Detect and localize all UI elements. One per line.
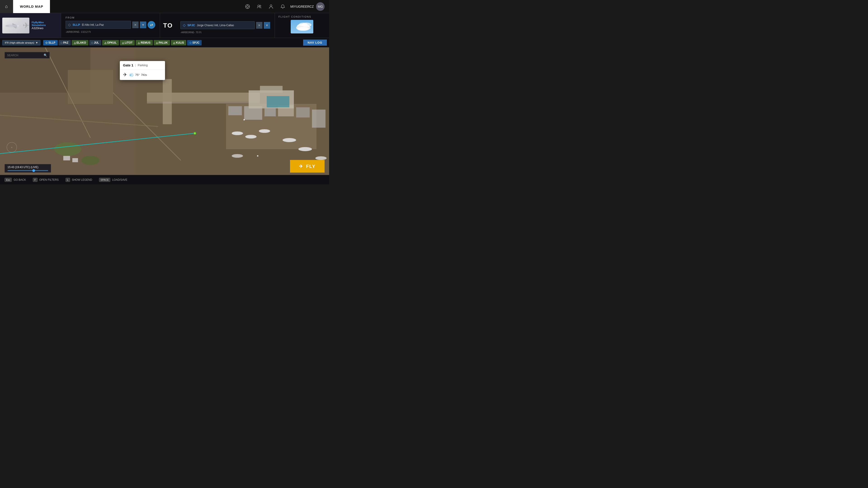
svg-rect-25 bbox=[68, 70, 113, 104]
svg-rect-34 bbox=[228, 106, 242, 115]
fly-button[interactable]: ✈ FLY bbox=[290, 160, 324, 173]
svg-point-45 bbox=[315, 156, 327, 160]
profile-icon[interactable] bbox=[267, 2, 275, 11]
show-legend-shortcut[interactable]: L SHOW LEGEND bbox=[66, 178, 92, 182]
f-key: F bbox=[33, 178, 37, 182]
from-clear-btn[interactable]: ✕ bbox=[132, 22, 138, 28]
waypoint-litot[interactable]: LITOT bbox=[120, 40, 135, 45]
waypoint-elako-icon bbox=[74, 41, 76, 44]
home-button[interactable]: ⌂ bbox=[0, 0, 13, 13]
waypoint-litot-icon bbox=[122, 41, 124, 44]
show-legend-label: SHOW LEGEND bbox=[72, 178, 92, 182]
waypoint-paluk[interactable]: PALUK bbox=[154, 40, 170, 45]
swap-airports-btn[interactable]: ⇄ bbox=[148, 21, 155, 29]
time-slider[interactable] bbox=[7, 170, 48, 171]
svg-point-58 bbox=[194, 132, 196, 134]
from-expand-btn[interactable]: ▼ bbox=[140, 22, 146, 28]
waypoint-paz-label: PAZ bbox=[63, 41, 68, 44]
group-icon[interactable] bbox=[255, 2, 264, 11]
weather-icon bbox=[278, 20, 326, 35]
waypoint-kulis-icon bbox=[173, 41, 175, 44]
flight-conditions-section: FLIGHT CONDITIONS bbox=[275, 13, 329, 38]
route-filter-dropdown[interactable]: IFR (High-altitude airways) ▼ bbox=[2, 40, 40, 45]
to-clear-btn[interactable]: ✕ bbox=[256, 22, 262, 29]
top-bar-right: MIYUGREERCZ MG bbox=[243, 2, 329, 11]
fly-icon: ✈ bbox=[299, 164, 303, 169]
svg-point-53 bbox=[257, 155, 258, 157]
waypoint-jul-label: JUL bbox=[94, 41, 99, 44]
svg-point-14 bbox=[17, 25, 19, 27]
search-input[interactable] bbox=[7, 54, 43, 57]
go-back-shortcut[interactable]: Esc GO BACK bbox=[4, 178, 26, 182]
svg-rect-50 bbox=[72, 158, 78, 162]
waypoint-spjc-icon bbox=[189, 41, 191, 44]
svg-point-6 bbox=[258, 5, 259, 7]
target-icon[interactable] bbox=[243, 2, 252, 11]
svg-point-42 bbox=[259, 129, 270, 133]
from-airport-input[interactable]: ◇ SLLP El Alto Intl, La Paz bbox=[66, 21, 131, 29]
waypoint-spjc[interactable]: SPJC bbox=[187, 40, 202, 45]
waypoint-litot-label: LITOT bbox=[125, 41, 132, 44]
to-label-section: TO bbox=[160, 13, 176, 38]
waypoint-elako-label: ELAKO bbox=[76, 41, 86, 44]
svg-point-46 bbox=[232, 154, 243, 158]
esc-key: Esc bbox=[4, 178, 12, 182]
svg-text:+: + bbox=[11, 146, 12, 149]
svg-point-40 bbox=[232, 131, 243, 135]
search-icon: 🔍 bbox=[43, 54, 47, 57]
waypoint-remus[interactable]: REMUS bbox=[135, 40, 153, 45]
waypoint-remus-icon bbox=[138, 41, 140, 44]
svg-point-1 bbox=[247, 6, 248, 7]
time-bar: 15:43 (19:43 UTC) (LIVE) bbox=[4, 164, 51, 173]
nav-bar: IFR (High-altitude airways) ▼ SLLP PAZ E… bbox=[0, 38, 329, 47]
svg-point-44 bbox=[298, 147, 312, 151]
waypoint-elako[interactable]: ELAKO bbox=[72, 40, 88, 45]
popup-header: Gate 1 | Parking bbox=[120, 61, 165, 70]
waypoint-sllp-icon bbox=[45, 41, 48, 44]
open-filters-shortcut[interactable]: F OPEN FILTERS bbox=[33, 178, 59, 182]
svg-point-8 bbox=[270, 5, 272, 6]
user-info: MIYUGREERCZ MG bbox=[290, 2, 324, 11]
popup-plane-icon: ✈ bbox=[123, 72, 127, 78]
to-expand-btn[interactable]: ▼ bbox=[264, 22, 270, 29]
waypoint-paluk-label: PALUK bbox=[159, 41, 168, 44]
nav-log-button[interactable]: NAV LOG bbox=[303, 39, 327, 46]
waypoint-opkul[interactable]: OPKUL bbox=[102, 40, 119, 45]
from-code: SLLP bbox=[72, 23, 80, 26]
svg-rect-32 bbox=[147, 102, 260, 103]
svg-rect-36 bbox=[265, 108, 276, 116]
svg-rect-55 bbox=[267, 96, 289, 107]
notification-icon[interactable] bbox=[279, 2, 287, 11]
svg-point-54 bbox=[243, 119, 245, 121]
waypoint-jul[interactable]: JUL bbox=[89, 40, 101, 45]
waypoint-paz-icon bbox=[61, 41, 62, 44]
svg-point-48 bbox=[81, 156, 99, 165]
from-airport-row: ◇ SLLP El Alto Intl, La Paz ✕ ▼ ⇄ bbox=[66, 21, 155, 29]
world-map-tab[interactable]: WORLD MAP bbox=[13, 0, 50, 13]
waypoint-sllp[interactable]: SLLP bbox=[43, 40, 58, 45]
popup-gate-label: Gate 1 bbox=[123, 63, 133, 67]
from-altitude: -AIRBORNE- 13212 Ft bbox=[66, 31, 155, 33]
space-key: SPACE bbox=[99, 178, 110, 182]
from-name: El Alto Intl, La Paz bbox=[82, 23, 104, 26]
top-bar: ⌂ WORLD MAP bbox=[0, 0, 329, 13]
svg-point-41 bbox=[245, 135, 256, 138]
waypoint-paz[interactable]: PAZ bbox=[59, 40, 71, 45]
waypoint-opkul-label: OPKUL bbox=[107, 41, 117, 44]
load-save-label: LOAD/SAVE bbox=[112, 178, 127, 182]
svg-rect-52 bbox=[260, 86, 283, 93]
svg-rect-38 bbox=[296, 107, 310, 118]
from-label: FROM bbox=[66, 16, 155, 19]
load-save-shortcut[interactable]: SPACE LOAD/SAVE bbox=[99, 178, 127, 182]
time-slider-thumb bbox=[32, 169, 35, 172]
svg-rect-39 bbox=[312, 109, 326, 128]
map-area[interactable]: + 🔍 Gate 1 | Parking ✈ 💨 75° 7Kts 15:43 … bbox=[0, 47, 329, 175]
waypoint-remus-label: REMUS bbox=[141, 41, 150, 44]
waypoint-paluk-icon bbox=[156, 41, 158, 44]
search-box[interactable]: 🔍 bbox=[4, 52, 50, 59]
svg-point-47 bbox=[54, 142, 81, 156]
waypoint-kulis[interactable]: KULIS bbox=[171, 40, 186, 45]
popup-wind-info: 💨 75° 7Kts bbox=[129, 73, 147, 77]
gate-popup: Gate 1 | Parking ✈ 💨 75° 7Kts bbox=[120, 61, 165, 80]
to-airport-input[interactable]: ◇ SPJC Jorge Chavez Intl, Lima-Callao bbox=[180, 21, 255, 29]
